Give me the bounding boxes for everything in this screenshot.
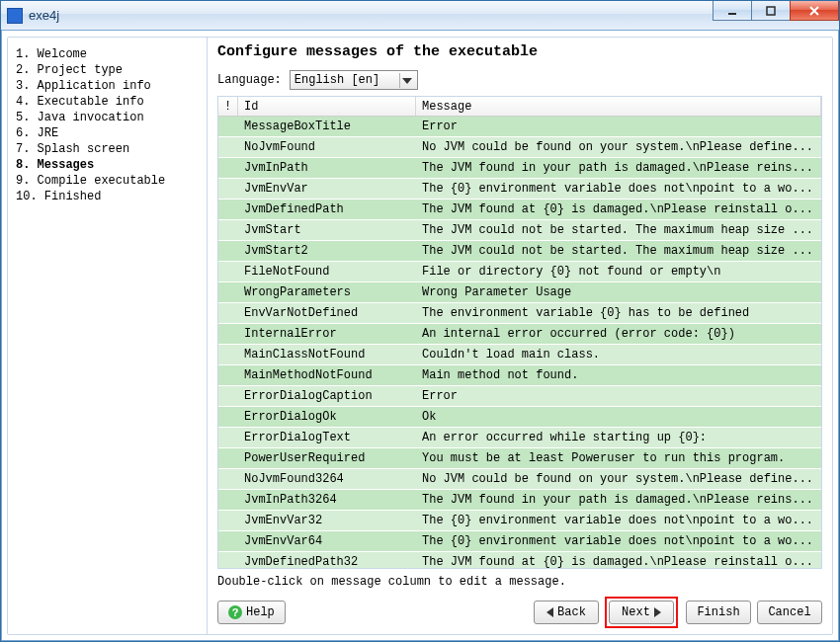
cell-message[interactable]: The environment variable {0} has to be d…: [416, 306, 821, 320]
triangle-left-icon: [546, 607, 553, 617]
cell-message[interactable]: The {0} environment variable does not\np…: [416, 182, 821, 196]
cell-message[interactable]: An error occurred while starting up {0}:: [416, 431, 821, 444]
table-row[interactable]: JvmDefinedPathThe JVM found at {0} is da…: [218, 200, 821, 220]
sidebar-item[interactable]: 6. JRE: [16, 126, 203, 140]
table-row[interactable]: MessageBoxTitleError: [218, 117, 821, 137]
cancel-button[interactable]: Cancel: [757, 601, 822, 624]
table-body: MessageBoxTitleErrorNoJvmFoundNo JVM cou…: [218, 117, 821, 568]
cell-message[interactable]: Error: [416, 389, 821, 403]
messages-table: ! Id Message MessageBoxTitleErrorNoJvmFo…: [217, 96, 822, 569]
cell-message[interactable]: You must be at least Poweruser to run th…: [416, 451, 821, 465]
cell-message[interactable]: Wrong Parameter Usage: [416, 285, 821, 299]
finish-label: Finish: [697, 605, 739, 619]
cell-id: JvmDefinedPath32: [238, 555, 416, 568]
cell-id: PowerUserRequired: [238, 451, 416, 465]
sidebar-item[interactable]: 2. Project type: [16, 63, 203, 77]
table-row[interactable]: InternalErrorAn internal error occurred …: [218, 324, 821, 345]
cell-message[interactable]: The {0} environment variable does not\np…: [416, 534, 821, 548]
maximize-button[interactable]: [751, 1, 791, 21]
next-label: Next: [622, 605, 650, 619]
table-row[interactable]: JvmStartThe JVM could not be started. Th…: [218, 220, 821, 241]
minimize-button[interactable]: [713, 1, 752, 21]
cell-message[interactable]: File or directory {0} not found or empty…: [416, 265, 821, 279]
cell-id: NoJvmFound3264: [238, 472, 416, 486]
cell-id: FileNotFound: [238, 265, 416, 279]
close-button[interactable]: [790, 1, 839, 21]
table-row[interactable]: JvmEnvVar64The {0} environment variable …: [218, 531, 821, 552]
sidebar-item[interactable]: 8. Messages: [16, 158, 203, 172]
cell-id: JvmInPath: [238, 161, 416, 175]
cell-message[interactable]: Error: [416, 120, 821, 133]
col-message[interactable]: Message: [416, 97, 821, 116]
cell-message[interactable]: No JVM could be found on your system.\nP…: [416, 472, 821, 486]
svg-rect-0: [728, 13, 736, 15]
cell-id: JvmStart2: [238, 244, 416, 258]
titlebar[interactable]: exe4j: [1, 1, 839, 31]
cell-id: JvmEnvVar: [238, 182, 416, 196]
sidebar-item[interactable]: 3. Application info: [16, 79, 203, 93]
chevron-down-icon: [399, 73, 415, 88]
sidebar-item[interactable]: 7. Splash screen: [16, 142, 203, 156]
cell-id: MainClassNotFound: [238, 348, 416, 361]
table-row[interactable]: PowerUserRequiredYou must be at least Po…: [218, 448, 821, 469]
language-value: English [en]: [294, 73, 379, 87]
sidebar-item[interactable]: 1. Welcome: [16, 47, 203, 61]
table-row[interactable]: ErrorDialogTextAn error occurred while s…: [218, 428, 821, 448]
cell-id: JvmEnvVar64: [238, 534, 416, 548]
cell-id: NoJvmFound: [238, 140, 416, 154]
col-flag[interactable]: !: [218, 97, 238, 116]
cell-message[interactable]: The JVM could not be started. The maximu…: [416, 223, 821, 237]
finish-button[interactable]: Finish: [686, 601, 751, 624]
cell-message[interactable]: The JVM found at {0} is damaged.\nPlease…: [416, 202, 821, 216]
hint-text: Double-click on message column to edit a…: [217, 575, 822, 589]
help-button[interactable]: ? Help: [217, 601, 286, 624]
table-row[interactable]: JvmEnvVarThe {0} environment variable do…: [218, 179, 821, 200]
minimize-icon: [726, 5, 738, 17]
table-row[interactable]: EnvVarNotDefinedThe environment variable…: [218, 303, 821, 324]
table-row[interactable]: JvmEnvVar32The {0} environment variable …: [218, 511, 821, 531]
cell-id: ErrorDialogCaption: [238, 389, 416, 403]
table-row[interactable]: MainClassNotFoundCouldn't load main clas…: [218, 345, 821, 365]
cell-id: ErrorDialogText: [238, 431, 416, 444]
cell-message[interactable]: Couldn't load main class.: [416, 348, 821, 361]
cell-message[interactable]: No JVM could be found on your system.\nP…: [416, 140, 821, 154]
sidebar: 1. Welcome2. Project type3. Application …: [8, 38, 208, 634]
close-icon: [808, 5, 820, 17]
table-row[interactable]: JvmStart2The JVM could not be started. T…: [218, 241, 821, 262]
cell-message[interactable]: The JVM found in your path is damaged.\n…: [416, 161, 821, 175]
table-row[interactable]: ErrorDialogCaptionError: [218, 386, 821, 407]
cell-id: MainMethodNotFound: [238, 368, 416, 382]
table-row[interactable]: ErrorDialogOkOk: [218, 407, 821, 428]
cell-message[interactable]: Ok: [416, 410, 821, 424]
next-button[interactable]: Next: [609, 601, 674, 624]
sidebar-item[interactable]: 9. Compile executable: [16, 174, 203, 188]
main-panel: Configure messages of the executable Lan…: [208, 38, 832, 634]
table-row[interactable]: JvmDefinedPath32The JVM found at {0} is …: [218, 552, 821, 568]
cell-message[interactable]: The JVM could not be started. The maximu…: [416, 244, 821, 258]
table-row[interactable]: WrongParametersWrong Parameter Usage: [218, 282, 821, 303]
table-row[interactable]: JvmInPathThe JVM found in your path is d…: [218, 158, 821, 179]
cell-id: JvmInPath3264: [238, 493, 416, 507]
cell-id: WrongParameters: [238, 285, 416, 299]
back-button[interactable]: Back: [534, 601, 599, 624]
cell-message[interactable]: The {0} environment variable does not\np…: [416, 514, 821, 527]
language-row: Language: English [en]: [217, 70, 822, 90]
table-row[interactable]: NoJvmFoundNo JVM could be found on your …: [218, 137, 821, 158]
sidebar-item[interactable]: 4. Executable info: [16, 95, 203, 109]
table-row[interactable]: NoJvmFound3264No JVM could be found on y…: [218, 469, 821, 490]
language-select[interactable]: English [en]: [290, 70, 418, 90]
language-label: Language:: [217, 73, 282, 87]
table-row[interactable]: MainMethodNotFoundMain method not found.: [218, 365, 821, 386]
cell-message[interactable]: An internal error occurred (error code: …: [416, 327, 821, 341]
window-controls: [714, 1, 839, 21]
cell-id: EnvVarNotDefined: [238, 306, 416, 320]
cell-message[interactable]: The JVM found in your path is damaged.\n…: [416, 493, 821, 507]
sidebar-item[interactable]: 10. Finished: [16, 190, 203, 203]
cell-message[interactable]: Main method not found.: [416, 368, 821, 382]
cell-message[interactable]: The JVM found at {0} is damaged.\nPlease…: [416, 555, 821, 568]
table-row[interactable]: FileNotFoundFile or directory {0} not fo…: [218, 262, 821, 282]
body: 1. Welcome2. Project type3. Application …: [7, 37, 833, 635]
sidebar-item[interactable]: 5. Java invocation: [16, 111, 203, 124]
col-id[interactable]: Id: [238, 97, 416, 116]
table-row[interactable]: JvmInPath3264The JVM found in your path …: [218, 490, 821, 511]
